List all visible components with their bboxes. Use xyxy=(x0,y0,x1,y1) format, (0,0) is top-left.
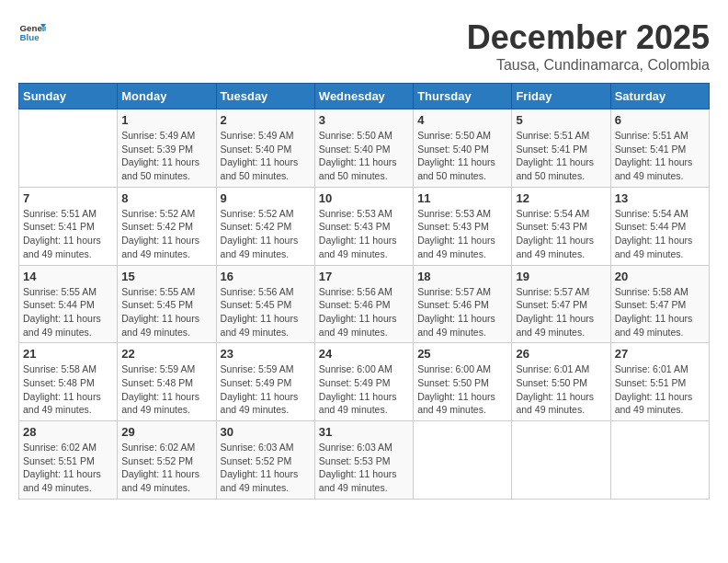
day-number: 12 xyxy=(516,191,606,205)
calendar-week-row: 28Sunrise: 6:02 AM Sunset: 5:51 PM Dayli… xyxy=(19,421,710,500)
day-number: 22 xyxy=(121,347,211,361)
calendar-cell: 7Sunrise: 5:51 AM Sunset: 5:41 PM Daylig… xyxy=(19,187,118,265)
calendar-cell: 19Sunrise: 5:57 AM Sunset: 5:47 PM Dayli… xyxy=(512,265,610,343)
day-number: 31 xyxy=(319,425,409,439)
day-info: Sunrise: 5:56 AM Sunset: 5:45 PM Dayligh… xyxy=(221,285,311,339)
day-number: 7 xyxy=(23,191,113,205)
day-of-week-header: Tuesday xyxy=(216,84,314,109)
calendar-cell: 24Sunrise: 6:00 AM Sunset: 5:49 PM Dayli… xyxy=(314,343,413,421)
page-header: General Blue December 2025 Tausa, Cundin… xyxy=(18,18,710,74)
day-of-week-header: Friday xyxy=(512,84,610,109)
day-info: Sunrise: 5:51 AM Sunset: 5:41 PM Dayligh… xyxy=(23,207,113,261)
logo-icon: General Blue xyxy=(18,18,46,46)
day-number: 15 xyxy=(121,270,211,283)
calendar-cell: 11Sunrise: 5:53 AM Sunset: 5:43 PM Dayli… xyxy=(414,187,512,265)
calendar-cell: 4Sunrise: 5:50 AM Sunset: 5:40 PM Daylig… xyxy=(414,109,512,188)
day-number: 19 xyxy=(516,270,606,283)
day-info: Sunrise: 6:00 AM Sunset: 5:49 PM Dayligh… xyxy=(319,362,409,417)
calendar-cell xyxy=(414,421,512,500)
calendar-cell: 3Sunrise: 5:50 AM Sunset: 5:40 PM Daylig… xyxy=(314,109,413,188)
calendar-cell: 9Sunrise: 5:52 AM Sunset: 5:42 PM Daylig… xyxy=(216,187,314,265)
day-number: 29 xyxy=(121,425,211,439)
calendar-cell: 6Sunrise: 5:51 AM Sunset: 5:41 PM Daylig… xyxy=(610,109,709,188)
calendar-cell xyxy=(19,109,118,188)
day-info: Sunrise: 5:58 AM Sunset: 5:48 PM Dayligh… xyxy=(23,362,113,417)
calendar-cell: 25Sunrise: 6:00 AM Sunset: 5:50 PM Dayli… xyxy=(414,343,512,421)
day-number: 28 xyxy=(23,425,113,439)
calendar-cell: 31Sunrise: 6:03 AM Sunset: 5:53 PM Dayli… xyxy=(314,421,413,500)
calendar-cell: 30Sunrise: 6:03 AM Sunset: 5:52 PM Dayli… xyxy=(216,421,314,500)
day-info: Sunrise: 5:54 AM Sunset: 5:43 PM Dayligh… xyxy=(516,207,606,261)
day-number: 21 xyxy=(23,347,113,361)
day-info: Sunrise: 5:55 AM Sunset: 5:44 PM Dayligh… xyxy=(23,285,113,339)
day-number: 13 xyxy=(615,191,705,205)
day-info: Sunrise: 6:01 AM Sunset: 5:50 PM Dayligh… xyxy=(516,362,606,417)
day-number: 2 xyxy=(221,113,311,127)
day-info: Sunrise: 6:00 AM Sunset: 5:50 PM Dayligh… xyxy=(417,362,507,417)
calendar-cell: 8Sunrise: 5:52 AM Sunset: 5:42 PM Daylig… xyxy=(118,187,216,265)
day-number: 5 xyxy=(516,113,606,127)
day-number: 25 xyxy=(417,347,507,361)
calendar-cell: 13Sunrise: 5:54 AM Sunset: 5:44 PM Dayli… xyxy=(610,187,709,265)
day-info: Sunrise: 5:53 AM Sunset: 5:43 PM Dayligh… xyxy=(417,207,507,261)
day-info: Sunrise: 5:49 AM Sunset: 5:39 PM Dayligh… xyxy=(121,129,211,183)
calendar-title: December 2025 xyxy=(467,18,710,57)
calendar-cell: 2Sunrise: 5:49 AM Sunset: 5:40 PM Daylig… xyxy=(216,109,314,188)
day-info: Sunrise: 5:58 AM Sunset: 5:47 PM Dayligh… xyxy=(615,285,705,339)
day-info: Sunrise: 5:57 AM Sunset: 5:46 PM Dayligh… xyxy=(417,285,507,339)
calendar-week-row: 1Sunrise: 5:49 AM Sunset: 5:39 PM Daylig… xyxy=(19,109,710,188)
day-info: Sunrise: 6:03 AM Sunset: 5:53 PM Dayligh… xyxy=(319,441,409,495)
day-info: Sunrise: 5:53 AM Sunset: 5:43 PM Dayligh… xyxy=(319,207,409,261)
calendar-cell xyxy=(610,421,709,500)
day-info: Sunrise: 6:01 AM Sunset: 5:51 PM Dayligh… xyxy=(615,362,705,417)
day-info: Sunrise: 5:59 AM Sunset: 5:48 PM Dayligh… xyxy=(121,362,211,417)
calendar-header-row: SundayMondayTuesdayWednesdayThursdayFrid… xyxy=(19,84,710,109)
calendar-week-row: 21Sunrise: 5:58 AM Sunset: 5:48 PM Dayli… xyxy=(19,343,710,421)
day-of-week-header: Sunday xyxy=(19,84,118,109)
day-info: Sunrise: 5:49 AM Sunset: 5:40 PM Dayligh… xyxy=(221,129,311,183)
day-number: 8 xyxy=(121,191,211,205)
day-number: 30 xyxy=(221,425,311,439)
day-info: Sunrise: 5:56 AM Sunset: 5:46 PM Dayligh… xyxy=(319,285,409,339)
calendar-cell: 27Sunrise: 6:01 AM Sunset: 5:51 PM Dayli… xyxy=(610,343,709,421)
day-number: 4 xyxy=(417,113,507,127)
day-info: Sunrise: 5:55 AM Sunset: 5:45 PM Dayligh… xyxy=(121,285,211,339)
calendar-cell: 14Sunrise: 5:55 AM Sunset: 5:44 PM Dayli… xyxy=(19,265,118,343)
day-of-week-header: Thursday xyxy=(414,84,512,109)
day-number: 14 xyxy=(23,270,113,283)
calendar-week-row: 7Sunrise: 5:51 AM Sunset: 5:41 PM Daylig… xyxy=(19,187,710,265)
calendar-cell: 15Sunrise: 5:55 AM Sunset: 5:45 PM Dayli… xyxy=(118,265,216,343)
title-area: December 2025 Tausa, Cundinamarca, Colom… xyxy=(467,18,710,74)
day-number: 18 xyxy=(417,270,507,283)
day-number: 10 xyxy=(319,191,409,205)
calendar-cell: 23Sunrise: 5:59 AM Sunset: 5:49 PM Dayli… xyxy=(216,343,314,421)
day-number: 3 xyxy=(319,113,409,127)
day-info: Sunrise: 5:59 AM Sunset: 5:49 PM Dayligh… xyxy=(221,362,311,417)
day-number: 9 xyxy=(221,191,311,205)
calendar-table: SundayMondayTuesdayWednesdayThursdayFrid… xyxy=(18,83,710,500)
calendar-cell: 1Sunrise: 5:49 AM Sunset: 5:39 PM Daylig… xyxy=(118,109,216,188)
calendar-cell: 26Sunrise: 6:01 AM Sunset: 5:50 PM Dayli… xyxy=(512,343,610,421)
day-number: 11 xyxy=(417,191,507,205)
day-info: Sunrise: 5:51 AM Sunset: 5:41 PM Dayligh… xyxy=(516,129,606,183)
calendar-cell: 29Sunrise: 6:02 AM Sunset: 5:52 PM Dayli… xyxy=(118,421,216,500)
calendar-cell: 10Sunrise: 5:53 AM Sunset: 5:43 PM Dayli… xyxy=(314,187,413,265)
day-number: 26 xyxy=(516,347,606,361)
calendar-cell: 22Sunrise: 5:59 AM Sunset: 5:48 PM Dayli… xyxy=(118,343,216,421)
calendar-week-row: 14Sunrise: 5:55 AM Sunset: 5:44 PM Dayli… xyxy=(19,265,710,343)
calendar-cell: 21Sunrise: 5:58 AM Sunset: 5:48 PM Dayli… xyxy=(19,343,118,421)
day-info: Sunrise: 5:54 AM Sunset: 5:44 PM Dayligh… xyxy=(615,207,705,261)
day-of-week-header: Monday xyxy=(118,84,216,109)
day-number: 27 xyxy=(615,347,705,361)
day-info: Sunrise: 5:50 AM Sunset: 5:40 PM Dayligh… xyxy=(417,129,507,183)
svg-marker-3 xyxy=(42,27,47,31)
day-info: Sunrise: 6:02 AM Sunset: 5:51 PM Dayligh… xyxy=(23,441,113,495)
day-of-week-header: Saturday xyxy=(610,84,709,109)
calendar-cell xyxy=(512,421,610,500)
calendar-cell: 12Sunrise: 5:54 AM Sunset: 5:43 PM Dayli… xyxy=(512,187,610,265)
calendar-cell: 5Sunrise: 5:51 AM Sunset: 5:41 PM Daylig… xyxy=(512,109,610,188)
logo: General Blue xyxy=(18,18,46,46)
day-number: 24 xyxy=(319,347,409,361)
calendar-cell: 20Sunrise: 5:58 AM Sunset: 5:47 PM Dayli… xyxy=(610,265,709,343)
day-number: 6 xyxy=(615,113,705,127)
